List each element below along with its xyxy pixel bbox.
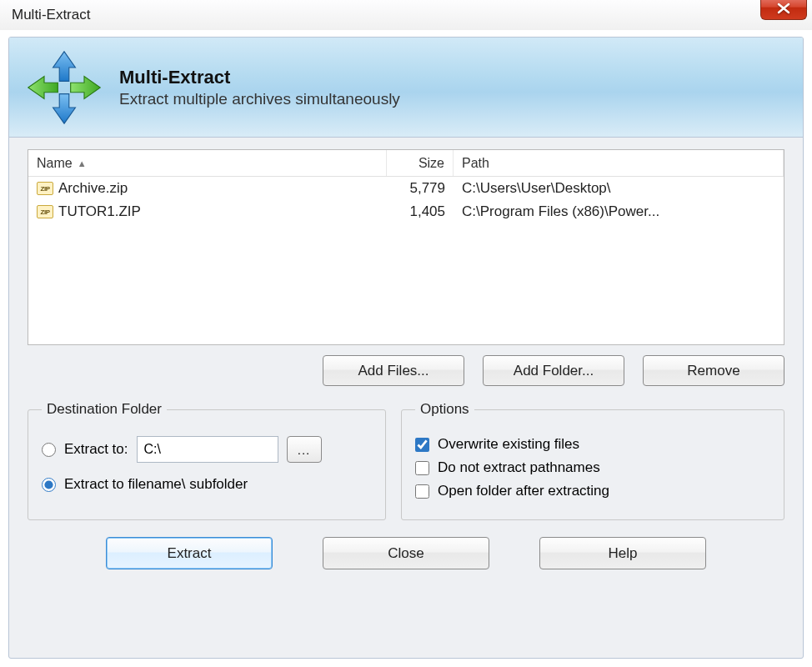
add-files-button[interactable]: Add Files... bbox=[323, 355, 464, 386]
open-after-label: Open folder after extracting bbox=[438, 483, 609, 499]
zip-file-icon: ZIP bbox=[37, 182, 53, 195]
close-icon bbox=[777, 3, 790, 14]
dialog-body: Name ▲ Size Path ZIP Archive.zip 5,779 C… bbox=[9, 138, 803, 581]
title-bar: Multi-Extract bbox=[0, 0, 812, 30]
extract-subfolder-radio[interactable] bbox=[42, 478, 56, 492]
column-header-path[interactable]: Path bbox=[454, 150, 784, 176]
no-pathnames-label: Do not extract pathnames bbox=[438, 459, 600, 476]
extract-button[interactable]: Extract bbox=[106, 537, 273, 569]
multi-extract-icon bbox=[24, 48, 104, 128]
extract-subfolder-label: Extract to filename\ subfolder bbox=[64, 476, 248, 493]
column-header-name[interactable]: Name ▲ bbox=[28, 150, 387, 176]
list-buttons: Add Files... Add Folder... Remove bbox=[28, 355, 784, 386]
sort-asc-icon: ▲ bbox=[78, 158, 87, 168]
overwrite-checkbox[interactable] bbox=[415, 438, 429, 452]
file-name: TUTOR1.ZIP bbox=[58, 203, 141, 220]
banner-subtitle: Extract multiple archives simultaneously bbox=[119, 90, 400, 108]
help-button[interactable]: Help bbox=[539, 537, 706, 569]
option-groups: Destination Folder Extract to: ... Extra… bbox=[28, 401, 784, 520]
extract-path-input[interactable] bbox=[137, 436, 278, 463]
file-path: C:\Users\User\Desktop\ bbox=[462, 180, 611, 197]
options-group: Options Overwrite existing files Do not … bbox=[401, 401, 784, 520]
list-item[interactable]: ZIP Archive.zip 5,779 C:\Users\User\Desk… bbox=[28, 177, 784, 200]
dialog-content: Multi-Extract Extract multiple archives … bbox=[8, 37, 804, 659]
destination-legend: Destination Folder bbox=[42, 401, 167, 418]
file-name: Archive.zip bbox=[58, 180, 128, 197]
list-item[interactable]: ZIP TUTOR1.ZIP 1,405 C:\Program Files (x… bbox=[28, 200, 784, 223]
banner-heading: Multi-Extract bbox=[119, 67, 400, 88]
overwrite-label: Overwrite existing files bbox=[438, 436, 579, 453]
file-path: C:\Program Files (x86)\Power... bbox=[462, 203, 659, 220]
options-legend: Options bbox=[415, 401, 474, 418]
banner: Multi-Extract Extract multiple archives … bbox=[9, 38, 803, 138]
open-after-checkbox[interactable] bbox=[415, 484, 429, 499]
list-body: ZIP Archive.zip 5,779 C:\Users\User\Desk… bbox=[28, 177, 784, 344]
file-size: 5,779 bbox=[409, 180, 445, 197]
add-folder-button[interactable]: Add Folder... bbox=[483, 355, 624, 386]
extract-to-radio[interactable] bbox=[42, 443, 56, 457]
zip-file-icon: ZIP bbox=[37, 205, 53, 218]
extract-to-label: Extract to: bbox=[64, 441, 128, 458]
archive-list[interactable]: Name ▲ Size Path ZIP Archive.zip 5,779 C… bbox=[28, 149, 784, 345]
list-header: Name ▲ Size Path bbox=[28, 150, 784, 177]
remove-button[interactable]: Remove bbox=[643, 355, 784, 386]
close-window-button[interactable] bbox=[760, 0, 807, 20]
no-pathnames-checkbox[interactable] bbox=[415, 461, 429, 475]
banner-text: Multi-Extract Extract multiple archives … bbox=[119, 67, 400, 108]
window-title: Multi-Extract bbox=[12, 7, 90, 23]
browse-button[interactable]: ... bbox=[287, 436, 322, 463]
dialog-window: Multi-Extract Multi-Extract bbox=[0, 0, 812, 667]
close-button[interactable]: Close bbox=[323, 537, 489, 569]
dialog-buttons: Extract Close Help bbox=[28, 537, 784, 569]
destination-group: Destination Folder Extract to: ... Extra… bbox=[28, 401, 386, 520]
file-size: 1,405 bbox=[409, 203, 445, 220]
column-header-size[interactable]: Size bbox=[387, 150, 454, 176]
